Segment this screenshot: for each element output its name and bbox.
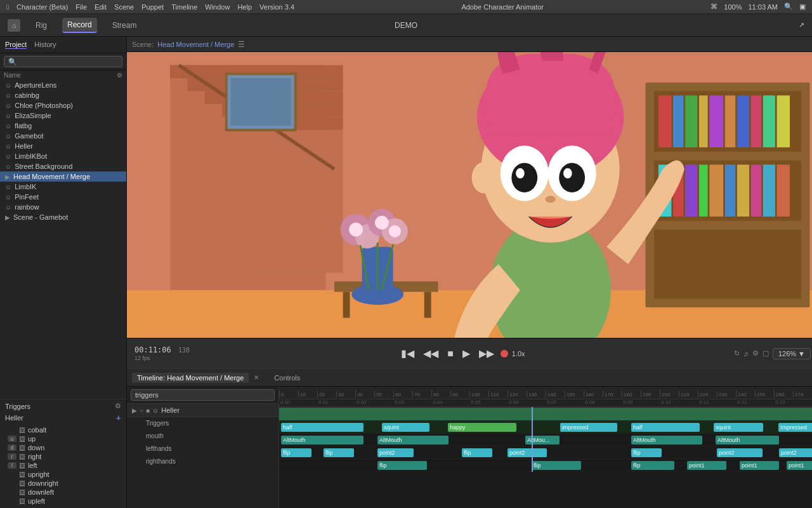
notification-icon[interactable]: ▣ (799, 3, 806, 11)
clip-point2-2[interactable]: point2 (508, 448, 547, 457)
clip-half-2[interactable]: half (631, 423, 700, 432)
clip-flip-1[interactable]: flip (281, 448, 311, 457)
trigger-right[interactable]: r 🖼 right (5, 452, 121, 461)
loop-icon[interactable]: ↻ (734, 349, 740, 358)
trigger-up[interactable]: u 🖼 up (5, 434, 121, 443)
playback-settings-icon[interactable]: ⚙ (752, 349, 759, 358)
project-tab[interactable]: Project (5, 41, 27, 49)
clip-point2-1[interactable]: point2 (377, 448, 414, 457)
fullscreen-icon[interactable]: ▢ (763, 349, 769, 358)
play-button[interactable]: ▶ (460, 346, 473, 361)
menu-puppet[interactable]: Puppet (141, 3, 164, 11)
menu-window[interactable]: Window (205, 3, 230, 11)
project-item-headmovement[interactable]: ▶ Head Movement / Merge (0, 171, 126, 182)
frame-forward-button[interactable]: ▶▶ (476, 346, 497, 361)
clip-point1-1[interactable]: point1 (687, 461, 726, 470)
project-item-flatbg[interactable]: ☺ flatbg (0, 121, 126, 131)
clip-altmouth-1[interactable]: AltMouth (281, 436, 363, 444)
clip-impressed-1[interactable]: impressed (560, 423, 617, 432)
clip-flip-3[interactable]: flip (462, 448, 492, 457)
puppet-icon: ☺ (152, 407, 159, 414)
triggers-settings[interactable]: ⚙ (115, 402, 121, 410)
project-item-pinfeet[interactable]: ☺ PinFeet (0, 192, 126, 202)
timeline-puppet-row[interactable]: ▶ ○ ■ ☺ Heller (127, 404, 278, 417)
share-icon[interactable]: ↗ (799, 21, 804, 29)
track-label-mouth: mouth (127, 430, 278, 443)
add-trigger-button[interactable]: + (116, 413, 121, 423)
clip-happy[interactable]: happy (448, 423, 516, 432)
ruler-mark: 220 (698, 391, 717, 398)
trigger-left[interactable]: l 🖼 left (5, 461, 121, 470)
trigger-upright[interactable]: 🖼 upright (5, 470, 121, 479)
project-item-limbikbot[interactable]: ☺ LimbIKBot (0, 151, 126, 161)
nav-stream[interactable]: Stream (107, 18, 142, 32)
project-item-streetbg[interactable]: ☺ Street Background (0, 161, 126, 171)
clip-squint-2[interactable]: squint (714, 423, 763, 432)
scene-menu-icon[interactable]: ☰ (238, 40, 245, 49)
zoom-display[interactable]: 126% ▼ (773, 348, 811, 359)
clip-flip-r1[interactable]: flip (377, 461, 427, 470)
project-item-chloe[interactable]: ☺ Chloe (Photoshop) (0, 100, 126, 110)
record-indicator[interactable] (501, 350, 508, 358)
trigger-downright[interactable]: 🖼 downright (5, 479, 121, 488)
clip-flip-r3[interactable]: flip (631, 461, 674, 470)
frame-back-button[interactable]: ◀◀ (421, 346, 441, 361)
menu-edit[interactable]: Edit (95, 3, 107, 11)
trigger-upleft[interactable]: 🖼 upleft (5, 497, 121, 505)
clip-squint-1[interactable]: squint (382, 423, 429, 432)
menu-help[interactable]: Help (237, 3, 252, 11)
timeline-close-icon[interactable]: ✕ (254, 374, 259, 381)
menu-character[interactable]: Character (Beta) (16, 3, 68, 11)
puppet-lock-icon[interactable]: ■ (146, 407, 150, 414)
menu-timeline[interactable]: Timeline (171, 3, 197, 11)
timeline-search-input[interactable] (131, 389, 275, 401)
settings-icon[interactable]: ⚙ (117, 72, 122, 79)
clip-altmouth-3[interactable]: AltMou... (525, 436, 560, 444)
history-tab[interactable]: History (34, 41, 56, 49)
clip-altmouth-5[interactable]: AltMouth (716, 436, 779, 444)
puppet-solo-icon[interactable]: ○ (140, 407, 143, 414)
item-label: ApertureLens (15, 81, 56, 89)
home-button[interactable]: ⌂ (8, 19, 20, 32)
menu-items:  Character (Beta) File Edit Scene Puppe… (6, 3, 294, 11)
speed-display[interactable]: 1.0x (512, 350, 525, 358)
clip-impressed-2[interactable]: Impressed (778, 423, 812, 432)
clip-point2-4[interactable]: point2 (779, 448, 812, 457)
project-item-gamebot[interactable]: ☺ Gamebot (0, 131, 126, 141)
clip-point2-3[interactable]: point2 (717, 448, 763, 457)
clip-altmouth-2[interactable]: AltMouth (377, 436, 449, 444)
project-item-aperturelens[interactable]: ☺ ApertureLens (0, 80, 126, 90)
clip-flip-2[interactable]: flip (324, 448, 354, 457)
trigger-downleft[interactable]: 🖼 downleft (5, 488, 121, 497)
project-item-cabinbg[interactable]: ☺ cabinbg (0, 90, 126, 100)
trigger-name: upleft (28, 497, 45, 505)
svg-rect-29 (777, 95, 790, 147)
nav-rig[interactable]: Rig (30, 18, 52, 32)
project-search-input[interactable] (4, 56, 122, 67)
clip-flip-r2[interactable]: flip (532, 461, 581, 470)
clip-point1-3[interactable]: point1 (787, 461, 812, 470)
audio-icon[interactable]: ♬ (743, 350, 749, 358)
skip-to-start-button[interactable]: ▮◀ (398, 346, 417, 361)
scene-name[interactable]: Head Movement / Merge (157, 41, 234, 48)
stop-button[interactable]: ■ (445, 347, 456, 361)
clip-point1-2[interactable]: point1 (740, 461, 779, 470)
clip-altmouth-4[interactable]: AltMouth (631, 436, 702, 444)
clip-half-1[interactable]: half (281, 423, 363, 432)
project-item-rainbow[interactable]: ☺ rainbow (0, 202, 126, 212)
menu-file[interactable]: File (75, 3, 87, 11)
project-item-eliza[interactable]: ☺ ElizaSimple (0, 110, 126, 121)
nav-record[interactable]: Record (62, 18, 97, 33)
puppet-visibility-icon[interactable]: ▶ (132, 407, 137, 414)
search-icon[interactable]: 🔍 (784, 3, 793, 11)
clip-flip-4[interactable]: flip (631, 448, 662, 457)
menu-scene[interactable]: Scene (114, 3, 134, 11)
project-item-limbik[interactable]: ☺ LimbIK (0, 182, 126, 192)
project-item-heller[interactable]: ☺ Heller (0, 141, 126, 151)
svg-rect-39 (777, 164, 790, 217)
puppet-icon: ☺ (5, 123, 11, 130)
trigger-down[interactable]: d 🖼 down (5, 443, 121, 452)
controls-tab[interactable]: Controls (269, 373, 305, 383)
timeline-tab[interactable]: Timeline: Head Movement / Merge (132, 373, 249, 383)
project-item-scene-gamebot[interactable]: ▶ Scene - Gamebot (0, 212, 126, 222)
